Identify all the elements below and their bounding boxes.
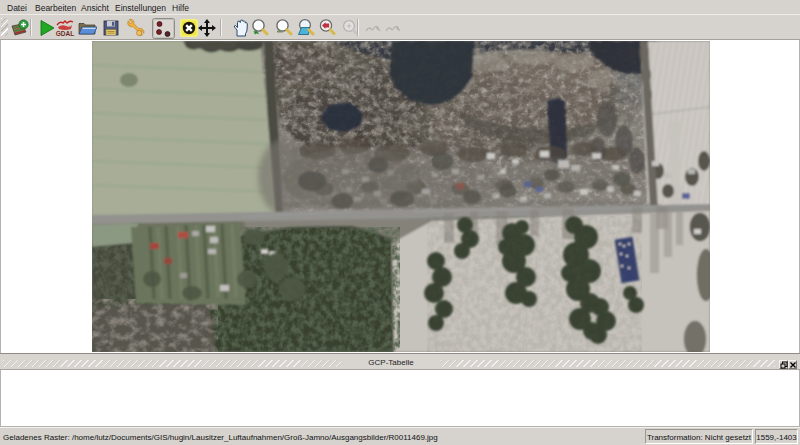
svg-text:GDAL: GDAL [56, 30, 74, 37]
